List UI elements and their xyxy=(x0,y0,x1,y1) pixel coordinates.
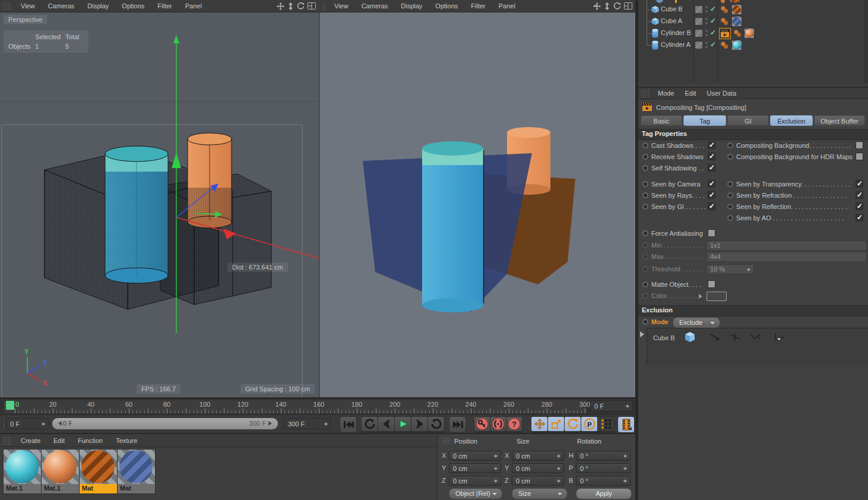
menu-view[interactable]: View xyxy=(14,2,42,10)
material-preview[interactable] xyxy=(80,450,117,484)
keyframe-circle[interactable] xyxy=(727,192,733,198)
material-preview[interactable] xyxy=(118,450,155,484)
visibility-dots[interactable] xyxy=(705,6,708,13)
menu-user-data[interactable]: User Data xyxy=(702,90,742,97)
material-name[interactable]: Mat.1 xyxy=(42,484,79,493)
toggle-views-icon[interactable] xyxy=(308,2,316,10)
stepper-icon[interactable] xyxy=(42,420,46,428)
object-name[interactable]: Cube A xyxy=(661,17,682,24)
enabled-check-icon[interactable]: ✓ xyxy=(710,5,716,13)
keyframe-circle[interactable] xyxy=(642,192,648,198)
receive-shadows-checkbox[interactable] xyxy=(708,153,715,160)
compositing-background-hdr-checkbox[interactable] xyxy=(856,153,863,160)
current-frame-field[interactable]: 0 F xyxy=(590,400,633,412)
exclusion-toggle-1-icon[interactable] xyxy=(709,332,722,341)
size-x-field[interactable]: 0 cm xyxy=(512,451,564,461)
material-name[interactable]: Mat xyxy=(118,484,155,493)
material-tag-icon[interactable] xyxy=(745,29,754,38)
viewport-left-canvas[interactable]: Y Z X Perspective SelectedTotal Objects1… xyxy=(0,12,319,398)
previous-frame-button[interactable] xyxy=(378,417,394,431)
record-position-toggle[interactable] xyxy=(531,417,547,431)
exclusion-list[interactable]: Cube B xyxy=(647,328,868,365)
object-name[interactable]: Cube B xyxy=(661,5,683,12)
material-name-selected[interactable]: Mat xyxy=(80,484,117,493)
next-frame-button[interactable] xyxy=(411,417,427,431)
exclusion-toggle-3-icon[interactable] xyxy=(749,332,762,341)
range-end-field[interactable]: 300 F xyxy=(284,418,331,429)
menu-view[interactable]: View xyxy=(328,2,355,10)
keyframe-circle[interactable] xyxy=(642,154,648,160)
panel-grip-icon[interactable] xyxy=(641,89,650,97)
timeline-ruler[interactable]: 0204060801001201401601802002202402602803… xyxy=(5,400,587,413)
rot-h-field[interactable]: 0 ° xyxy=(576,451,631,461)
menu-filter[interactable]: Filter xyxy=(151,2,178,10)
enabled-check-icon[interactable]: ✓ xyxy=(710,40,716,49)
object-row-cylinder-a[interactable]: Cylinder A ✓ xyxy=(638,39,868,51)
pos-x-field[interactable]: 0 cm xyxy=(449,451,501,461)
material-tag-icon[interactable] xyxy=(732,5,742,14)
self-shadowing-checkbox[interactable] xyxy=(708,164,715,172)
menu-panel[interactable]: Panel xyxy=(492,2,522,10)
material-name[interactable]: Mat.1 xyxy=(4,484,41,493)
next-key-button[interactable] xyxy=(428,417,444,431)
keyframe-circle[interactable] xyxy=(727,143,733,148)
wire-cylinder-a[interactable] xyxy=(105,146,168,283)
tab-basic[interactable]: Basic xyxy=(641,115,682,126)
stepper-icon[interactable] xyxy=(557,465,561,472)
stepper-icon[interactable] xyxy=(626,403,630,410)
menu-create[interactable]: Create xyxy=(14,437,47,444)
tab-tag[interactable]: Tag xyxy=(683,115,726,126)
menu-edit[interactable]: Edit xyxy=(47,437,71,444)
force-antialiasing-checkbox[interactable] xyxy=(708,229,715,237)
exclusion-mode-dropdown[interactable]: Exclude xyxy=(673,317,720,328)
record-pla-toggle[interactable] xyxy=(598,417,614,431)
object-name[interactable]: Cylinder B xyxy=(661,29,691,36)
dolly-icon[interactable] xyxy=(604,2,610,10)
material-preview[interactable] xyxy=(42,450,79,484)
keyframe-circle[interactable] xyxy=(642,181,648,187)
visibility-dots[interactable] xyxy=(705,42,708,49)
matte-object-checkbox[interactable] xyxy=(708,280,715,288)
section-exclusion[interactable]: Exclusion xyxy=(638,305,868,317)
panel-grip-icon[interactable] xyxy=(442,438,452,445)
seen-by-gi-checkbox[interactable] xyxy=(708,202,715,210)
material-tag-icon[interactable] xyxy=(732,40,742,50)
visibility-dots[interactable] xyxy=(705,18,708,25)
stepper-icon[interactable] xyxy=(557,477,561,485)
seen-by-camera-checkbox[interactable] xyxy=(708,180,715,188)
keyframe-circle[interactable] xyxy=(642,319,648,325)
panel-grip-icon[interactable] xyxy=(2,2,12,10)
play-button[interactable] xyxy=(395,417,411,431)
previous-key-button[interactable] xyxy=(362,417,378,431)
enabled-check-icon[interactable]: ✓ xyxy=(710,17,716,25)
exclusion-toggle-4-icon[interactable] xyxy=(773,332,786,341)
menu-cameras[interactable]: Cameras xyxy=(355,2,395,10)
menu-texture[interactable]: Texture xyxy=(109,437,144,444)
tab-gi[interactable]: GI xyxy=(727,115,769,126)
stepper-icon[interactable] xyxy=(623,465,628,472)
keyframe-circle[interactable] xyxy=(642,143,648,148)
stepper-icon[interactable] xyxy=(494,465,498,472)
stepper-icon[interactable] xyxy=(623,477,628,485)
range-start-field[interactable]: 0 F xyxy=(6,418,49,429)
size-y-field[interactable]: 0 cm xyxy=(512,463,564,473)
tab-exclusion[interactable]: Exclusion xyxy=(770,115,813,126)
menu-mode[interactable]: Mode xyxy=(652,90,680,97)
toggle-views-icon[interactable] xyxy=(624,2,632,10)
object-row-cylinder-b[interactable]: Cylinder B ✓ xyxy=(638,27,868,39)
shaded-cylinder-a[interactable] xyxy=(422,141,484,312)
stepper-icon[interactable] xyxy=(324,420,328,428)
menu-options[interactable]: Options xyxy=(115,2,151,10)
pan-icon[interactable] xyxy=(593,2,601,10)
playhead[interactable] xyxy=(6,401,14,410)
object-row-cube-a[interactable]: Cube A ✓ xyxy=(638,15,868,27)
visibility-dots[interactable] xyxy=(705,30,708,37)
menu-display[interactable]: Display xyxy=(81,2,115,10)
panel-grip-icon[interactable] xyxy=(2,436,12,445)
keyframe-circle[interactable] xyxy=(642,204,648,210)
tab-object-buffer[interactable]: Object Buffer xyxy=(814,115,865,126)
object-row-cube-b[interactable]: Cube B ✓ xyxy=(638,4,868,15)
keyframe-circle[interactable] xyxy=(727,154,733,160)
keyframe-circle[interactable] xyxy=(642,165,648,171)
material-preview[interactable] xyxy=(4,450,41,484)
